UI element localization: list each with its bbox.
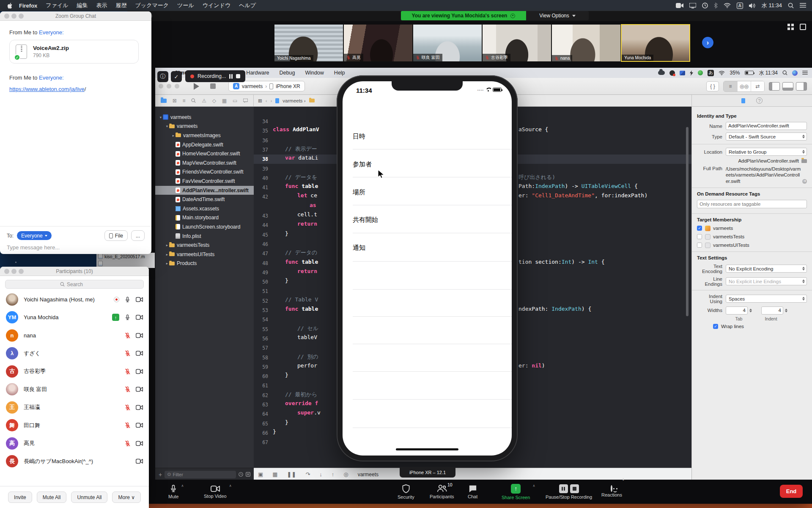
message-input[interactable]	[7, 244, 145, 251]
checkbox-icon[interactable]	[697, 243, 702, 248]
recording-indicator[interactable]: Recording...	[185, 70, 245, 82]
navigator-item[interactable]: LaunchScreen.storyboard	[155, 222, 254, 232]
participant-row[interactable]: λすざく	[0, 345, 149, 363]
share-screen-button[interactable]: ↑Share Screen∧	[497, 480, 534, 504]
standard-editor-icon[interactable]: ≡	[724, 81, 737, 91]
wifi-menu-icon[interactable]	[724, 3, 731, 8]
debug-navigator-icon[interactable]: ▦	[222, 98, 227, 104]
participant-row[interactable]: Yoichi Nagashima (Host, me)	[0, 290, 149, 309]
help-inspector-icon[interactable]: ?	[756, 97, 763, 104]
navigator-item[interactable]: ▸Products	[155, 259, 254, 268]
navigator-item[interactable]: AppDelegate.swift	[155, 140, 254, 149]
display-menu-icon[interactable]	[689, 3, 696, 8]
run-button[interactable]	[194, 83, 199, 90]
view-options-button[interactable]: View Options	[526, 11, 589, 20]
related-items-icon[interactable]: ⊞	[258, 98, 262, 104]
form-row-label[interactable]: 場所	[353, 188, 365, 198]
footer-button[interactable]: More ∨	[112, 491, 140, 503]
footer-button[interactable]: Unmute All	[71, 491, 107, 503]
participant-row[interactable]: 咲良 富田	[0, 381, 149, 399]
zoom-button[interactable]	[19, 14, 24, 19]
stop-video-button[interactable]: Stop Video∧	[200, 480, 231, 504]
test-navigator-icon[interactable]: ◇	[212, 98, 216, 104]
camera-icon[interactable]	[136, 387, 143, 392]
participant-row[interactable]: 舞田口舞	[0, 417, 149, 435]
footer-button[interactable]: Invite	[8, 491, 32, 503]
form-row-label[interactable]: 通知	[353, 244, 365, 253]
code-snippet-button[interactable]: { }	[706, 81, 719, 91]
minimize-button[interactable]	[11, 269, 16, 274]
encoding-select[interactable]: No Explicit Encoding	[726, 265, 807, 273]
xcode-zoom-button[interactable]	[175, 84, 179, 88]
navigator-item[interactable]: Main.storyboard	[155, 213, 254, 223]
shared-file-card[interactable]: ✓ VoiceAw2.zip 790 KB	[9, 40, 139, 64]
tab-width-field[interactable]: 4	[726, 306, 748, 315]
participant-row[interactable]: 高高見	[0, 434, 149, 453]
debug-pause-icon[interactable]: ❚❚	[287, 471, 296, 478]
chevron-up-icon[interactable]: ∧	[532, 484, 535, 488]
desktop-file-item[interactable]	[98, 261, 153, 266]
navigator-item[interactable]: ▾varmeets	[155, 113, 254, 122]
chat-button[interactable]: Chat	[464, 480, 482, 504]
issue-navigator-icon[interactable]: ⚠	[202, 98, 206, 104]
close-button[interactable]	[4, 14, 9, 19]
mute-button[interactable]: Mute∧	[164, 480, 183, 504]
end-meeting-button[interactable]: End	[780, 485, 803, 498]
camera-icon[interactable]	[136, 405, 143, 410]
participant-search[interactable]	[5, 280, 144, 289]
target-row[interactable]: varmeetsUITests	[697, 243, 807, 248]
shared-menu-item[interactable]: Hardware	[246, 70, 269, 76]
view-debugger-icon[interactable]: ▣	[258, 471, 263, 478]
indent-width-field[interactable]: 4	[761, 306, 783, 315]
video-thumbnail[interactable]: 高見	[343, 24, 413, 62]
step-out-icon[interactable]: ↑	[332, 471, 335, 478]
camera-icon[interactable]	[136, 315, 143, 320]
camera-icon[interactable]	[136, 369, 143, 374]
disclosure-icon[interactable]: ▾	[165, 124, 169, 128]
navigator-toggle-icon[interactable]	[769, 82, 780, 91]
mic-icon[interactable]	[124, 296, 131, 303]
xcode-close-button[interactable]	[159, 84, 163, 88]
version-editor-icon[interactable]: ⇄	[751, 81, 764, 91]
camera-icon[interactable]	[136, 458, 143, 464]
volume-menu-icon[interactable]	[749, 3, 756, 8]
search-input[interactable]	[67, 282, 89, 287]
reactions-button[interactable]: +Reactions	[597, 480, 626, 504]
disclosure-icon[interactable]: ▸	[165, 252, 169, 257]
recent-files-icon[interactable]	[239, 472, 243, 477]
stop-icon[interactable]	[236, 74, 240, 78]
simulator-screen[interactable]: 11:34 •••• 日時参加者場所共有開始通知	[343, 81, 512, 456]
camera-icon[interactable]	[136, 441, 143, 446]
back-icon[interactable]: ‹	[266, 98, 267, 103]
navigator-item[interactable]: HomeViewController.swift	[155, 149, 254, 158]
line-endings-select[interactable]: No Explicit Line Endings	[726, 277, 807, 285]
footer-button[interactable]: Mute All	[37, 491, 67, 503]
menu-item[interactable]: 表示	[96, 2, 107, 9]
pause-icon[interactable]	[229, 74, 233, 79]
indent-width-stepper[interactable]	[785, 309, 787, 312]
stop-button[interactable]	[210, 83, 216, 89]
gallery-view-icon[interactable]	[787, 24, 794, 30]
fullscreen-icon[interactable]	[800, 24, 806, 30]
menu-item[interactable]: ブックマーク	[135, 2, 169, 9]
navigator-item[interactable]: ▸varmeetsImages	[155, 131, 254, 140]
video-thumbnail[interactable]: 古谷彩季	[482, 24, 551, 62]
target-row[interactable]: ✓ varmeets	[697, 226, 807, 231]
menu-item[interactable]: 履歴	[116, 2, 127, 9]
navigator-item[interactable]: DateAndTime.swift	[155, 195, 254, 204]
chat-link[interactable]: https://www.ableton.com/ja/live	[9, 86, 85, 92]
disclosure-icon[interactable]: ▸	[165, 243, 169, 247]
disclosure-icon[interactable]: ▾	[159, 115, 163, 119]
camera-icon[interactable]	[136, 422, 143, 428]
find-navigator-icon[interactable]	[191, 98, 196, 103]
menu-item[interactable]: 編集	[77, 2, 88, 9]
indent-using-select[interactable]: Spaces	[726, 295, 807, 303]
editor-mode-segment[interactable]: ≡ ◎◎ ⇄	[723, 81, 765, 92]
muted-mic-icon[interactable]	[124, 368, 131, 375]
recipient-selector[interactable]: Everyone	[17, 231, 52, 240]
zoom-button[interactable]	[19, 269, 24, 274]
file-inspector-icon[interactable]	[741, 98, 745, 103]
report-navigator-icon[interactable]	[243, 99, 248, 103]
desktop-file-item[interactable]: kiso_E_20200517.m	[98, 254, 153, 259]
breakpoint-navigator-icon[interactable]: ▭	[233, 98, 237, 104]
